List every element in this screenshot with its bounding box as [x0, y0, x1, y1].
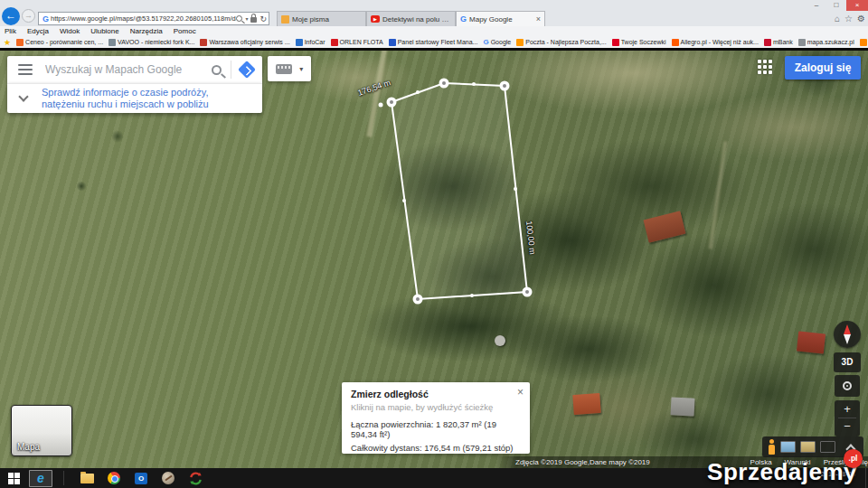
- start-button[interactable]: [0, 468, 27, 488]
- menu-hamburger-icon[interactable]: [18, 64, 33, 75]
- favorite-vavoo[interactable]: VAVOO - niemiecki fork K...: [108, 39, 194, 46]
- taskbar-chrome[interactable]: [100, 468, 127, 488]
- site-favicon: G: [42, 14, 49, 23]
- favorite-infocar[interactable]: InfoCar: [296, 39, 326, 46]
- google-apps-grid-icon[interactable]: [758, 60, 774, 76]
- chevron-down-icon: [18, 91, 28, 101]
- menu-narzedzia[interactable]: Narzędzia: [130, 26, 163, 36]
- settings-gear-icon[interactable]: ⚙: [857, 13, 865, 24]
- ceneo-icon: [16, 39, 24, 46]
- measure-area: Łączna powierzchnia: 1 820,37 m² (19 594…: [351, 419, 521, 439]
- pegman-icon[interactable]: [768, 439, 776, 455]
- favorite-szukacz[interactable]: mapa.szukacz.pl: [798, 39, 854, 46]
- sign-in-button[interactable]: Zaloguj się: [785, 56, 861, 80]
- tab-mapy-google[interactable]: G Mapy Google ×: [456, 11, 545, 26]
- titlebar: – □ ×: [0, 0, 868, 11]
- taskbar-divider: [63, 471, 64, 485]
- url-input[interactable]: [51, 14, 236, 23]
- fleet-icon: [389, 39, 396, 46]
- favorite-allegro[interactable]: Allegro.pl - Więcej niż auk...: [672, 39, 759, 46]
- internet-explorer-icon: e: [37, 471, 44, 485]
- watermark-text: Sprzedajemy: [707, 458, 857, 485]
- tab-youtube[interactable]: ▶ Detektywi na polu bitwy - Bitw...: [366, 11, 456, 26]
- compass-needle-north: [844, 324, 851, 334]
- building-roof: [670, 397, 694, 416]
- directions-icon: [238, 61, 256, 79]
- search-icon[interactable]: [236, 15, 242, 22]
- tilt-3d-button[interactable]: 3D: [834, 352, 861, 372]
- favorite-google[interactable]: GGoogle: [483, 38, 511, 46]
- graphics-app-icon: [162, 472, 175, 484]
- taskbar-file-explorer[interactable]: [73, 468, 100, 488]
- taskbar-sync-app[interactable]: [182, 468, 209, 488]
- imagery-credit: Zdjęcia ©2019 Google,Dane mapy ©2019: [515, 458, 650, 466]
- map-canvas[interactable]: 176,54 m 100,00 m Sprawdź informacje o c…: [0, 51, 868, 468]
- home-icon[interactable]: ⌂: [835, 13, 840, 24]
- folder-icon: [80, 474, 94, 483]
- favorite-ceneo[interactable]: Ceneo - porównanie cen, ...: [16, 39, 103, 46]
- imagery-thumbnail[interactable]: [800, 441, 816, 453]
- compass-control[interactable]: [834, 321, 861, 348]
- watermark-pl-badge: .pl: [844, 449, 863, 468]
- compass-needle-south: [844, 334, 851, 344]
- taskbar-outlook[interactable]: O: [127, 468, 155, 488]
- map-mode-toggle[interactable]: Mapa: [11, 405, 72, 456]
- zoom-in-button[interactable]: +: [835, 400, 860, 418]
- keyboard-icon: [276, 64, 292, 74]
- navigation-bar: ← → G ▾ ↻ Moje pisma ▶ Detektywi na polu…: [0, 11, 868, 26]
- tab-moje-pisma[interactable]: Moje pisma: [277, 11, 366, 26]
- vavoo-icon: [108, 39, 116, 46]
- taskbar-internet-explorer[interactable]: e: [27, 468, 54, 488]
- favorite-cda[interactable]: CDA-HD: [860, 39, 868, 46]
- favorite-poczta[interactable]: Poczta - Najlepsza Poczta,...: [516, 39, 606, 46]
- orlen-icon: [331, 39, 338, 46]
- maps-search-input[interactable]: [43, 62, 212, 77]
- favorite-fleet[interactable]: Panel startowy Fleet Mana...: [389, 39, 478, 46]
- cda-icon: [860, 39, 867, 46]
- menu-pomoc[interactable]: Pomoc: [174, 26, 196, 36]
- map-toggle-label: Mapa: [17, 442, 40, 452]
- location-icon: [843, 381, 852, 390]
- address-bar[interactable]: G ▾ ↻: [38, 12, 269, 25]
- imagery-thumbnail[interactable]: [820, 441, 835, 453]
- close-icon[interactable]: ×: [517, 386, 524, 399]
- close-button[interactable]: ×: [846, 0, 868, 11]
- menu-bar: Plik Edycja Widok Ulubione Narzędzia Pom…: [0, 26, 868, 36]
- sprzedajemy-watermark: Sprzedajemy .pl: [707, 458, 857, 486]
- favorites-bar-icon[interactable]: ★: [4, 38, 11, 47]
- allegro-icon: [672, 39, 679, 46]
- directions-button[interactable]: [231, 63, 262, 76]
- favorite-warszawa[interactable]: Warszawa oficjalny serwis ...: [200, 39, 289, 46]
- measure-hint: Kliknij na mapie, by wydłużyć ścieżkę: [351, 402, 521, 412]
- minimize-button[interactable]: –: [807, 0, 826, 11]
- favorites-icon[interactable]: ☆: [844, 13, 853, 24]
- refresh-icon[interactable]: ↻: [259, 14, 267, 23]
- lock-icon: [250, 17, 257, 23]
- favorite-mbank[interactable]: mBank: [764, 39, 793, 46]
- poczta-icon: [516, 39, 524, 46]
- warszawa-icon: [200, 39, 207, 46]
- imagery-thumbnail[interactable]: [780, 441, 796, 453]
- zoom-out-button[interactable]: −: [835, 418, 860, 436]
- favorite-soczewki[interactable]: Twoje Soczewki: [612, 39, 666, 46]
- menu-widok[interactable]: Widok: [60, 26, 80, 36]
- menu-ulubione[interactable]: Ulubione: [90, 26, 119, 36]
- search-icon[interactable]: [212, 65, 222, 75]
- keyboard-selector[interactable]: ▾: [268, 56, 311, 81]
- search-dropdown-icon[interactable]: ▾: [245, 15, 248, 22]
- back-button[interactable]: ←: [2, 7, 20, 25]
- tab-close-icon[interactable]: ×: [536, 14, 541, 23]
- banner-text: Sprawdź informacje o czasie podróży, nat…: [42, 87, 262, 110]
- menu-edycja[interactable]: Edycja: [27, 26, 49, 36]
- maximize-button[interactable]: □: [826, 0, 846, 11]
- forward-button[interactable]: →: [22, 9, 35, 23]
- round-structure: [495, 335, 505, 346]
- google-icon: G: [460, 14, 467, 23]
- traffic-info-banner[interactable]: Sprawdź informacje o czasie podróży, nat…: [7, 83, 262, 113]
- menu-plik[interactable]: Plik: [5, 26, 16, 36]
- zoom-control: + −: [835, 400, 860, 436]
- favorite-orlen[interactable]: ORLEN FLOTA: [331, 39, 383, 46]
- search-card: [7, 56, 262, 83]
- taskbar-graphics-app[interactable]: [155, 468, 182, 488]
- my-location-button[interactable]: [835, 375, 860, 397]
